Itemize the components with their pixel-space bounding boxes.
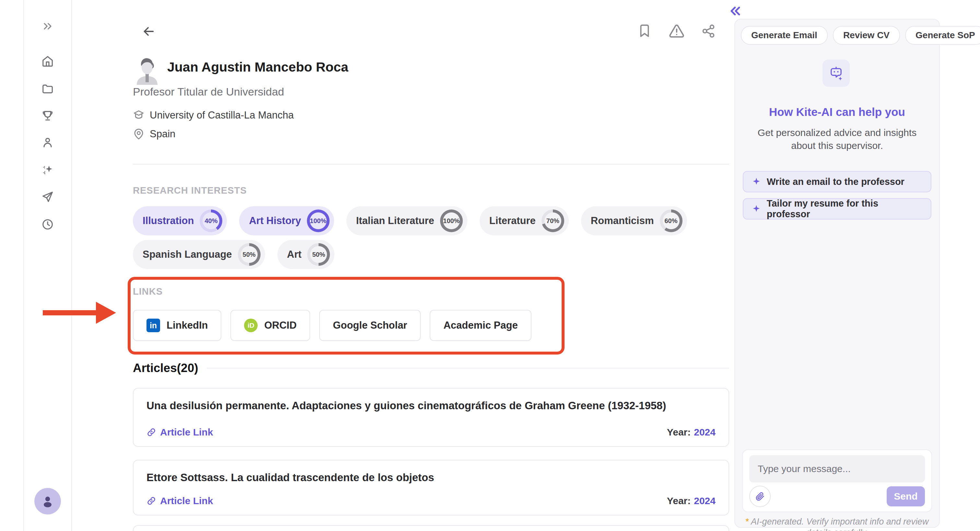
chip-art-history[interactable]: Art History100% [239, 206, 334, 235]
send-button[interactable]: Send [887, 486, 925, 506]
share-icon[interactable] [701, 24, 716, 38]
link-icon [146, 427, 156, 437]
chat-message-input[interactable] [749, 455, 925, 482]
article-card-partial [133, 525, 729, 531]
progress-ring: 40% [200, 209, 222, 232]
disclaimer-asterisk: * [746, 517, 749, 526]
research-interests-heading: RESEARCH INTERESTS [133, 185, 247, 196]
left-sidebar [23, 0, 72, 531]
progress-ring: 60% [660, 209, 682, 232]
attach-file-button[interactable] [749, 486, 771, 507]
chip-italian-literature[interactable]: Italian Literature100% [347, 206, 467, 235]
suggestion-write-email[interactable]: Write an email to the professor [743, 171, 931, 192]
chip-spanish-language[interactable]: Spanish Language50% [133, 240, 265, 269]
article-title: Una desilusión permanente. Adaptaciones … [146, 399, 716, 412]
paperclip-icon [755, 491, 765, 501]
professor-avatar [132, 55, 162, 85]
orcid-link-button[interactable]: iD ORCID [231, 310, 310, 341]
google-scholar-link-button[interactable]: Google Scholar [319, 310, 421, 341]
article-title: Ettore Sottsass. La cualidad trascendent… [146, 471, 716, 484]
location-pin-icon [133, 128, 145, 140]
progress-ring: 100% [307, 209, 329, 232]
home-icon[interactable] [41, 55, 54, 67]
progress-ring: 100% [440, 209, 463, 232]
university-icon [133, 109, 145, 121]
kite-ai-description: Get personalized advice and insights abo… [747, 126, 927, 152]
articles-header: Articles(20) [133, 361, 729, 375]
generate-email-button[interactable]: Generate Email [741, 26, 828, 45]
professor-name: Juan Agustin Mancebo Roca [167, 60, 348, 75]
professor-title: Profesor Titular de Universidad [133, 86, 284, 98]
orcid-icon: iD [244, 319, 258, 332]
ai-sparkles-icon[interactable] [41, 163, 54, 176]
annotation-arrow-head [96, 302, 116, 324]
article-card: Una desilusión permanente. Adaptaciones … [133, 388, 729, 447]
annotation-arrow [43, 310, 97, 315]
university-row: University of Castilla-La Mancha [133, 109, 294, 121]
kite-ai-heading: How Kite-AI can help you [734, 106, 940, 119]
bookmark-icon[interactable] [637, 23, 652, 38]
collapse-panel-icon[interactable] [727, 3, 744, 19]
linkedin-link-button[interactable]: in LinkedIn [133, 310, 221, 341]
academic-page-link-button[interactable]: Academic Page [430, 310, 531, 341]
progress-ring: 70% [541, 209, 564, 232]
back-arrow-button[interactable] [141, 24, 156, 39]
progress-ring: 50% [307, 243, 330, 266]
header-divider [133, 164, 729, 165]
links-row: in LinkedIn iD ORCID Google Scholar Acad… [133, 310, 531, 341]
generate-sop-button[interactable]: Generate SoP [905, 26, 980, 45]
trophy-icon[interactable] [41, 109, 54, 122]
article-link[interactable]: Article Link [146, 427, 213, 438]
articles-count: (20) [177, 361, 198, 375]
article-year: Year:2024 [664, 427, 716, 438]
sparkle-icon [752, 204, 761, 213]
article-card: Ettore Sottsass. La cualidad trascendent… [133, 460, 729, 515]
research-interest-chips: Illustration40% Art History100% Italian … [133, 206, 716, 269]
ai-quick-actions: Generate Email Review CV Generate SoP [741, 26, 980, 45]
user-avatar[interactable] [34, 488, 61, 515]
chip-literature[interactable]: Literature70% [480, 206, 569, 235]
supervisor-profile-page: Juan Agustin Mancebo Roca Profesor Titul… [0, 0, 980, 531]
chip-art[interactable]: Art50% [277, 240, 335, 269]
suggestion-tailor-resume[interactable]: Tailor my resume for this professor [743, 198, 931, 220]
article-link[interactable]: Article Link [146, 495, 213, 506]
profile-icon[interactable] [41, 136, 54, 149]
location-row: Spain [133, 128, 175, 140]
review-cv-button[interactable]: Review CV [833, 26, 900, 45]
expand-sidebar-icon[interactable] [41, 20, 54, 33]
send-icon[interactable] [41, 191, 54, 203]
sparkle-icon [752, 177, 761, 186]
article-year: Year:2024 [664, 495, 716, 506]
linkedin-icon: in [146, 319, 160, 332]
link-icon [146, 496, 156, 506]
country-name: Spain [150, 128, 175, 140]
chip-illustration[interactable]: Illustration40% [133, 206, 227, 235]
chip-romanticism[interactable]: Romanticism60% [581, 206, 687, 235]
progress-ring: 50% [238, 243, 261, 266]
articles-heading: Articles [133, 361, 177, 375]
university-name: University of Castilla-La Mancha [150, 109, 294, 121]
folder-icon[interactable] [41, 82, 54, 95]
articles-divider [207, 368, 729, 368]
report-warning-icon[interactable] [669, 23, 684, 39]
history-clock-icon[interactable] [41, 218, 54, 231]
links-heading: LINKS [133, 286, 163, 297]
kite-ai-robot-icon [822, 60, 850, 87]
ai-disclaimer: *AI-generated. Verify important info and… [744, 516, 930, 531]
chat-input-card: Send [742, 449, 932, 512]
